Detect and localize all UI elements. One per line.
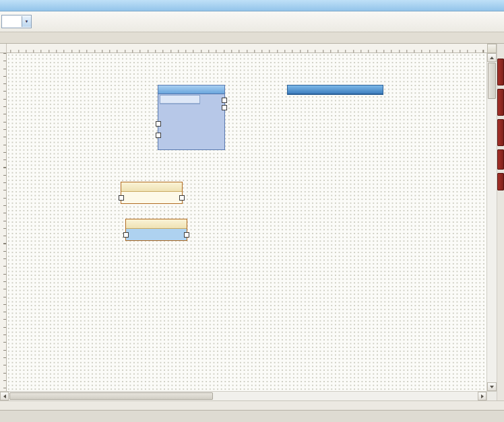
design-canvas[interactable] [7, 53, 486, 391]
horizontal-scrollbar[interactable] [0, 391, 486, 400]
in-pin-icon [125, 195, 131, 200]
comparevalue2-body [126, 229, 187, 240]
main-area [0, 53, 504, 391]
scrollbar-corner [486, 391, 497, 400]
comparevalue1-header[interactable] [121, 182, 182, 192]
pin-right-group [171, 195, 179, 201]
input-pin[interactable] [222, 98, 227, 103]
collapsed-panel[interactable] [497, 89, 504, 116]
input-pin[interactable] [156, 133, 161, 138]
status-bar [0, 400, 504, 410]
app-window: ▼ [0, 0, 504, 422]
input-pin[interactable] [123, 232, 129, 238]
component-comparevalue1[interactable] [121, 182, 183, 204]
scroll-down-button[interactable] [487, 382, 497, 391]
ruler-corner [0, 44, 7, 53]
component-comparevalue2[interactable] [125, 219, 187, 241]
collapsed-panel[interactable] [497, 119, 504, 146]
out-pin-icon [177, 232, 183, 237]
wrench-icon[interactable] [367, 87, 373, 93]
arduino-logo-icon [290, 86, 296, 93]
compare-icon [123, 184, 129, 190]
horizontal-ruler [7, 44, 487, 53]
horizontal-scrollbar-row [0, 391, 504, 400]
comparevalue1-body [121, 192, 182, 203]
horizontal-scroll-thumb[interactable] [9, 392, 213, 400]
close-icon[interactable] [217, 87, 222, 92]
pin-right-group [176, 232, 184, 238]
ruler-options-button[interactable] [487, 44, 497, 53]
in-pin-icon [130, 232, 135, 237]
comparevalue2-header[interactable] [126, 219, 187, 229]
power-button[interactable] [493, 412, 502, 421]
displayoled1-header[interactable] [158, 85, 224, 94]
output-pin[interactable] [222, 105, 227, 110]
titlebar[interactable] [0, 0, 504, 11]
scroll-up-button[interactable] [487, 53, 497, 62]
input-pin[interactable] [119, 195, 124, 201]
oled-display-icon [160, 86, 167, 93]
dock-gap [497, 391, 504, 400]
collapsed-panel[interactable] [497, 59, 504, 85]
collapse-icon[interactable] [375, 87, 381, 92]
compare-icon [127, 221, 134, 227]
scroll-track[interactable] [214, 392, 478, 400]
output-pin[interactable] [184, 232, 189, 238]
collapsed-panel[interactable] [497, 173, 504, 190]
vertical-scroll-thumb[interactable] [488, 63, 496, 99]
out-pin-icon [172, 195, 178, 200]
output-pin[interactable] [179, 195, 185, 201]
arduino-header[interactable] [288, 85, 383, 94]
wrench-icon[interactable] [209, 87, 215, 93]
component-displayoled1[interactable] [158, 85, 225, 150]
bottom-panel-tabs [0, 410, 504, 422]
chevron-down-icon[interactable]: ▼ [22, 16, 31, 27]
scroll-track[interactable] [487, 100, 497, 382]
vertical-ruler [0, 53, 7, 391]
vertical-scrollbar[interactable] [486, 53, 497, 391]
scroll-left-button[interactable] [0, 392, 9, 400]
scroll-right-button[interactable] [478, 392, 486, 400]
elements-header[interactable] [160, 96, 199, 104]
input-pin[interactable] [156, 121, 161, 127]
zoom-select[interactable]: ▼ [1, 15, 32, 28]
docked-panels-column [497, 53, 504, 391]
dock-gap [497, 44, 504, 53]
component-arduino-uno[interactable] [287, 85, 383, 95]
pin-left-group [129, 232, 137, 238]
ruler-row [0, 44, 504, 53]
toolbar: ▼ [0, 11, 504, 32]
collapsed-panel[interactable] [497, 149, 504, 170]
oled-elements-box [160, 95, 200, 104]
close-icon[interactable] [175, 184, 181, 190]
close-icon[interactable] [180, 221, 185, 227]
document-tabs [0, 32, 504, 44]
pin-left-group [124, 195, 132, 201]
